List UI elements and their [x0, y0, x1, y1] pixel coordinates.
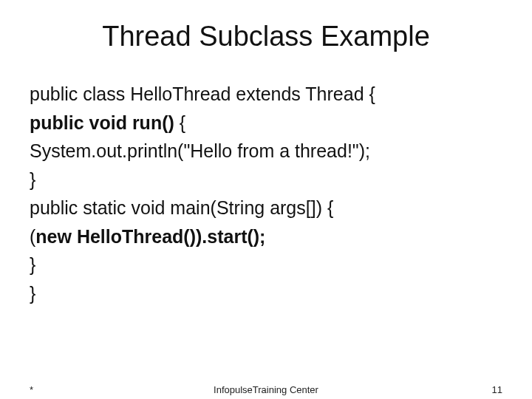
code-bold: new HelloThread()).start();	[35, 226, 265, 247]
slide: Thread Subclass Example public class Hel…	[0, 0, 532, 399]
slide-body: public class HelloThread extends Thread …	[30, 81, 502, 309]
slide-title: Thread Subclass Example	[0, 0, 532, 52]
code-line: (new HelloThread()).start();	[30, 224, 502, 250]
footer-page-number: 11	[492, 384, 502, 395]
code-bold: public void run()	[30, 112, 174, 133]
code-line: }	[30, 167, 502, 193]
code-text: {	[174, 112, 185, 133]
code-line: }	[30, 252, 502, 278]
code-line: }	[30, 281, 502, 307]
code-line: public static void main(String args[]) {	[30, 195, 502, 221]
footer-center: InfopulseTraining Center	[0, 384, 532, 395]
code-line: public void run() {	[30, 110, 502, 136]
code-line: System.out.println("Hello from a thread!…	[30, 138, 502, 164]
code-line: public class HelloThread extends Thread …	[30, 81, 502, 107]
